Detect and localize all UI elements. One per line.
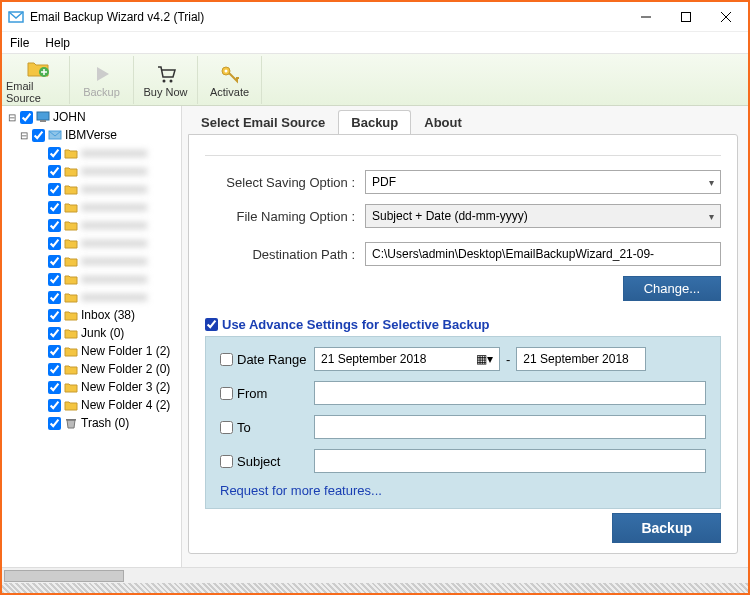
tree-check-item[interactable]	[48, 273, 61, 286]
folder-icon	[63, 200, 79, 214]
scroll-thumb[interactable]	[4, 570, 124, 582]
tree-check-root[interactable]	[20, 111, 33, 124]
horizontal-scrollbar[interactable]	[2, 567, 748, 583]
tree-item-label[interactable]: Junk (0)	[81, 326, 124, 340]
tree-item-label[interactable]: Trash (0)	[81, 416, 129, 430]
tree-item-label[interactable]: xxxxxxxxxxxx	[81, 164, 147, 178]
svg-rect-10	[37, 112, 49, 120]
window-title: Email Backup Wizard v4.2 (Trial)	[30, 10, 626, 24]
destination-label: Destination Path :	[205, 247, 365, 262]
trash-icon	[63, 416, 79, 430]
menu-help[interactable]: Help	[45, 36, 70, 50]
subject-input[interactable]	[314, 449, 706, 473]
naming-option-select[interactable]: Subject + Date (dd-mm-yyyy) ▾	[365, 204, 721, 228]
status-bar	[2, 583, 748, 593]
close-button[interactable]	[706, 3, 746, 31]
svg-rect-11	[40, 120, 46, 122]
chevron-down-icon: ▾	[709, 211, 714, 222]
tree-check-item[interactable]	[48, 327, 61, 340]
play-icon	[90, 62, 114, 86]
tree-check-item[interactable]	[48, 219, 61, 232]
tree-item-label[interactable]: New Folder 4 (2)	[81, 398, 170, 412]
tree-check-item[interactable]	[48, 237, 61, 250]
folder-icon	[63, 362, 79, 376]
advanced-checkbox[interactable]	[205, 318, 218, 331]
tree-item-label[interactable]: xxxxxxxxxxxx	[81, 290, 147, 304]
tree-root-label[interactable]: JOHN	[53, 110, 86, 124]
folder-icon	[63, 182, 79, 196]
tree-check-item[interactable]	[48, 309, 61, 322]
tree-item-label[interactable]: New Folder 1 (2)	[81, 344, 170, 358]
tab-backup[interactable]: Backup	[338, 110, 411, 135]
toolbar-buy-now[interactable]: Buy Now	[134, 56, 198, 104]
backup-button[interactable]: Backup	[612, 513, 721, 543]
app-icon	[8, 9, 24, 25]
tree-item-label[interactable]: New Folder 3 (2)	[81, 380, 170, 394]
tree-item-label[interactable]: xxxxxxxxxxxx	[81, 254, 147, 268]
tree-check-item[interactable]	[48, 183, 61, 196]
tree-item-label[interactable]: xxxxxxxxxxxx	[81, 182, 147, 196]
tree-check-source[interactable]	[32, 129, 45, 142]
tree-item-label[interactable]: xxxxxxxxxxxx	[81, 272, 147, 286]
to-checkbox[interactable]	[220, 421, 233, 434]
folder-icon	[63, 290, 79, 304]
mailbox-icon	[47, 128, 63, 142]
tab-about[interactable]: About	[411, 110, 475, 135]
request-features-link[interactable]: Request for more features...	[220, 483, 706, 498]
folder-icon	[63, 218, 79, 232]
advanced-toggle[interactable]: Use Advance Settings for Selective Backu…	[205, 317, 721, 332]
date-from-picker[interactable]: 21 September 2018 ▦▾	[314, 347, 500, 371]
subject-checkbox[interactable]	[220, 455, 233, 468]
tree-item-label[interactable]: xxxxxxxxxxxx	[81, 236, 147, 250]
folder-icon	[63, 254, 79, 268]
saving-option-select[interactable]: PDF ▾	[365, 170, 721, 194]
collapse-icon[interactable]: ⊟	[18, 130, 30, 141]
tree-check-item[interactable]	[48, 165, 61, 178]
folder-icon	[63, 146, 79, 160]
folder-add-icon	[26, 56, 50, 80]
tree-source-label[interactable]: IBMVerse	[65, 128, 117, 142]
tree-item-label[interactable]: xxxxxxxxxxxx	[81, 200, 147, 214]
tree-item-label[interactable]: Inbox (38)	[81, 308, 135, 322]
menu-file[interactable]: File	[10, 36, 29, 50]
tree-check-item[interactable]	[48, 147, 61, 160]
change-button[interactable]: Change...	[623, 276, 721, 301]
folder-icon	[63, 236, 79, 250]
tree-item-label[interactable]: New Folder 2 (0)	[81, 362, 170, 376]
tab-select-source[interactable]: Select Email Source	[188, 110, 338, 135]
tree-item-label[interactable]: xxxxxxxxxxxx	[81, 146, 147, 160]
minimize-button[interactable]	[626, 3, 666, 31]
folder-tree[interactable]: ⊟ JOHN ⊟ IBMVerse xxxxxxxxxxxxxxxxxxxxxx…	[2, 106, 182, 567]
tree-check-item[interactable]	[48, 399, 61, 412]
from-checkbox[interactable]	[220, 387, 233, 400]
toolbar-email-source[interactable]: Email Source	[6, 56, 70, 104]
to-input[interactable]	[314, 415, 706, 439]
maximize-button[interactable]	[666, 3, 706, 31]
tree-check-item[interactable]	[48, 345, 61, 358]
tree-check-item[interactable]	[48, 201, 61, 214]
tree-check-item[interactable]	[48, 255, 61, 268]
date-to-picker[interactable]: 21 September 2018	[516, 347, 646, 371]
tree-item-label[interactable]: xxxxxxxxxxxx	[81, 218, 147, 232]
tree-check-item[interactable]	[48, 381, 61, 394]
cart-icon	[154, 62, 178, 86]
svg-point-9	[224, 70, 227, 73]
folder-icon	[63, 308, 79, 322]
tree-check-item[interactable]	[48, 363, 61, 376]
folder-icon	[63, 326, 79, 340]
chevron-down-icon: ▾	[709, 177, 714, 188]
collapse-icon[interactable]: ⊟	[6, 112, 18, 123]
from-input[interactable]	[314, 381, 706, 405]
saving-option-label: Select Saving Option :	[205, 175, 365, 190]
tree-check-item[interactable]	[48, 417, 61, 430]
svg-rect-13	[66, 419, 76, 421]
tree-check-item[interactable]	[48, 291, 61, 304]
folder-icon	[63, 380, 79, 394]
svg-point-7	[169, 80, 172, 83]
toolbar-activate[interactable]: Activate	[198, 56, 262, 104]
destination-input[interactable]: C:\Users\admin\Desktop\EmailBackupWizard…	[365, 242, 721, 266]
svg-rect-2	[682, 12, 691, 21]
toolbar-backup: Backup	[70, 56, 134, 104]
computer-icon	[35, 110, 51, 124]
date-range-checkbox[interactable]	[220, 353, 233, 366]
